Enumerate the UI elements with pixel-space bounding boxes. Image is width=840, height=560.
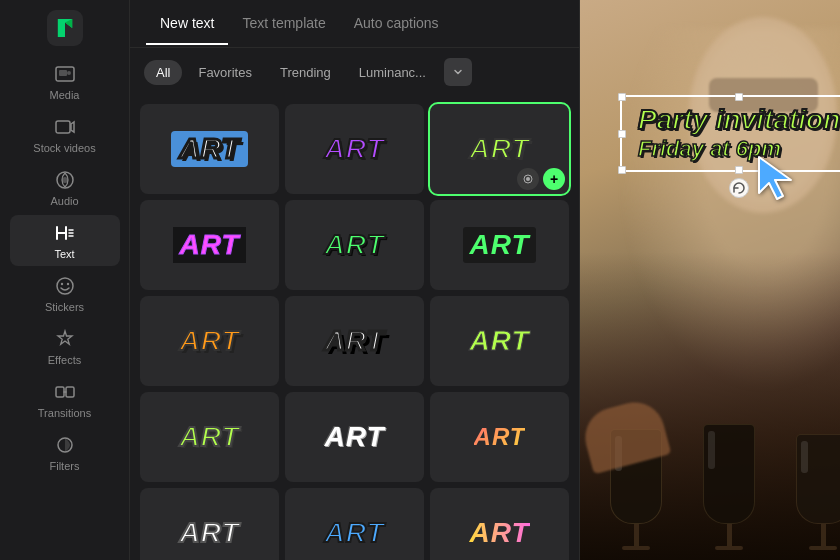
sidebar-item-stock-videos[interactable]: Stock videos bbox=[10, 109, 120, 160]
wine-glass-2 bbox=[703, 424, 755, 550]
template-card-11[interactable]: ART bbox=[285, 392, 424, 482]
text-selection-box[interactable]: Party invitation Friday at 6pm bbox=[620, 95, 840, 172]
template-card-9[interactable]: ART bbox=[430, 296, 569, 386]
handle-tl bbox=[618, 93, 626, 101]
sidebar-item-audio[interactable]: Audio bbox=[10, 162, 120, 213]
svg-rect-10 bbox=[56, 387, 64, 397]
template-card-12[interactable]: ART bbox=[430, 392, 569, 482]
template-text-10: ART bbox=[179, 421, 239, 453]
template-card-1[interactable]: ART bbox=[140, 104, 279, 194]
template-text-12: ART bbox=[474, 423, 526, 451]
sidebar-item-effects[interactable]: Effects bbox=[10, 321, 120, 372]
template-text-9: ART bbox=[469, 325, 529, 357]
sidebar-item-effects-label: Effects bbox=[48, 354, 81, 366]
tabs-header: New text Text template Auto captions bbox=[130, 0, 579, 48]
stickers-icon bbox=[53, 274, 77, 298]
main-panel: New text Text template Auto captions All… bbox=[130, 0, 840, 560]
template-card-6[interactable]: ART bbox=[430, 200, 569, 290]
sidebar-item-audio-label: Audio bbox=[50, 195, 78, 207]
template-card-15[interactable]: ART bbox=[430, 488, 569, 560]
template-card-10[interactable]: ART bbox=[140, 392, 279, 482]
text-panel: New text Text template Auto captions All… bbox=[130, 0, 580, 560]
svg-point-8 bbox=[60, 283, 62, 285]
media-icon bbox=[53, 62, 77, 86]
sidebar-item-text[interactable]: Text bbox=[10, 215, 120, 266]
tab-auto-captions[interactable]: Auto captions bbox=[340, 3, 453, 45]
template-card-3[interactable]: ART + bbox=[430, 104, 569, 194]
svg-point-7 bbox=[57, 278, 73, 294]
handle-bm bbox=[735, 166, 743, 174]
filter-luminance[interactable]: Luminanc... bbox=[347, 60, 438, 85]
preview-subtitle: Friday at 6pm bbox=[638, 136, 840, 162]
svg-point-9 bbox=[66, 283, 68, 285]
template-text-7: ART bbox=[179, 325, 239, 357]
svg-point-14 bbox=[526, 177, 530, 181]
sidebar-item-stickers[interactable]: Stickers bbox=[10, 268, 120, 319]
handle-ml bbox=[618, 130, 626, 138]
preview-area: Party invitation Friday at 6pm bbox=[580, 0, 840, 560]
template-overlay-3: + bbox=[517, 168, 565, 190]
filter-dropdown-btn[interactable] bbox=[444, 58, 472, 86]
svg-rect-2 bbox=[59, 70, 67, 76]
template-card-14[interactable]: ART bbox=[285, 488, 424, 560]
wine-glass-3 bbox=[796, 434, 840, 550]
template-text-5: ART bbox=[324, 229, 384, 261]
template-card-5[interactable]: ART bbox=[285, 200, 424, 290]
sidebar-item-filters[interactable]: Filters bbox=[10, 427, 120, 478]
template-text-1: ART bbox=[171, 131, 247, 167]
preview-btn-3[interactable] bbox=[517, 168, 539, 190]
sidebar-item-transitions-label: Transitions bbox=[38, 407, 91, 419]
sidebar-item-media[interactable]: Media bbox=[10, 56, 120, 107]
template-text-2: ART bbox=[324, 133, 384, 165]
sidebar-item-stickers-label: Stickers bbox=[45, 301, 84, 313]
tab-new-text[interactable]: New text bbox=[146, 3, 228, 45]
template-text-15: ART bbox=[469, 517, 529, 549]
filter-row: All Favorites Trending Luminanc... bbox=[130, 48, 579, 96]
sidebar-item-stock-label: Stock videos bbox=[33, 142, 95, 154]
filter-all[interactable]: All bbox=[144, 60, 182, 85]
sidebar-item-filters-label: Filters bbox=[50, 460, 80, 472]
template-card-7[interactable]: ART bbox=[140, 296, 279, 386]
stock-videos-icon bbox=[53, 115, 77, 139]
template-text-6: ART bbox=[463, 227, 535, 263]
audio-icon bbox=[53, 168, 77, 192]
template-card-4[interactable]: ART bbox=[140, 200, 279, 290]
effects-icon bbox=[53, 327, 77, 351]
template-card-2[interactable]: ART bbox=[285, 104, 424, 194]
svg-point-3 bbox=[67, 71, 71, 75]
sidebar-item-media-label: Media bbox=[50, 89, 80, 101]
filter-trending[interactable]: Trending bbox=[268, 60, 343, 85]
filter-favorites[interactable]: Favorites bbox=[186, 60, 263, 85]
transitions-icon bbox=[53, 380, 77, 404]
svg-rect-4 bbox=[56, 121, 70, 133]
templates-grid: ART ART ART + ART bbox=[130, 96, 579, 560]
template-card-13[interactable]: ART bbox=[140, 488, 279, 560]
template-text-14: ART bbox=[324, 517, 384, 549]
sidebar-item-text-label: Text bbox=[54, 248, 74, 260]
template-text-13: ART bbox=[179, 517, 239, 549]
tab-text-template[interactable]: Text template bbox=[228, 3, 339, 45]
handle-bl bbox=[618, 166, 626, 174]
preview-title: Party invitation bbox=[638, 105, 840, 136]
add-btn-3[interactable]: + bbox=[543, 168, 565, 190]
sidebar-item-transitions[interactable]: Transitions bbox=[10, 374, 120, 425]
app-logo bbox=[45, 8, 85, 48]
template-text-4: ART bbox=[173, 227, 245, 263]
handle-tm bbox=[735, 93, 743, 101]
template-text-8: ART bbox=[324, 325, 384, 357]
template-text-3: ART bbox=[469, 133, 529, 165]
filters-icon bbox=[53, 433, 77, 457]
preview-background: Party invitation Friday at 6pm bbox=[580, 0, 840, 560]
template-text-11: ART bbox=[324, 421, 384, 453]
svg-point-6 bbox=[62, 177, 68, 183]
svg-rect-11 bbox=[66, 387, 74, 397]
template-card-8[interactable]: ART bbox=[285, 296, 424, 386]
sidebar: Media Stock videos Audio bbox=[0, 0, 130, 560]
text-icon bbox=[53, 221, 77, 245]
text-overlay[interactable]: Party invitation Friday at 6pm bbox=[620, 95, 840, 172]
